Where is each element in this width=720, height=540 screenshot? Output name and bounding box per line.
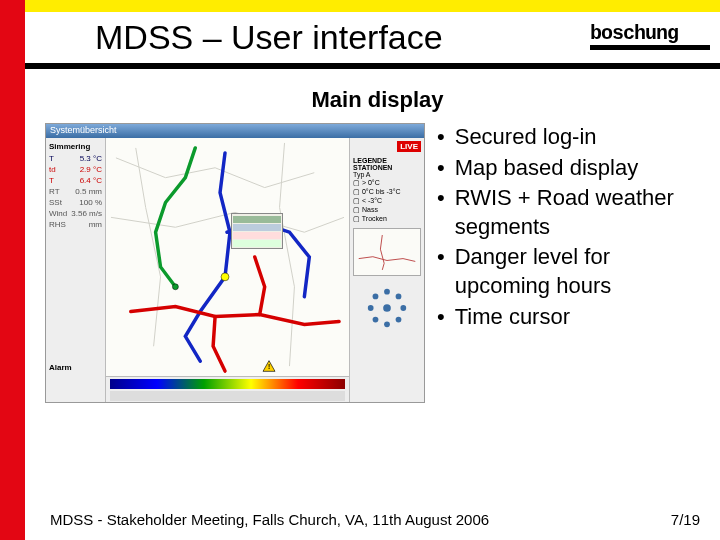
- svg-point-5: [383, 304, 391, 312]
- data-popup: [231, 213, 283, 249]
- svg-point-2: [172, 284, 178, 290]
- legend-item: ▢ > 0°C: [353, 179, 421, 187]
- legend-item: ▢ Trocken: [353, 215, 421, 223]
- alarm-label: Alarm: [49, 363, 72, 372]
- warning-icon: !: [262, 360, 276, 372]
- subtitle: Main display: [45, 87, 710, 113]
- window-titlebar: Systemübersicht: [46, 124, 424, 138]
- page-number: 7/19: [671, 511, 700, 528]
- road-map: [106, 138, 349, 376]
- reading-row: RHSmm: [49, 220, 102, 229]
- minimap: [353, 228, 421, 276]
- svg-point-12: [373, 316, 379, 322]
- slide-title: MDSS – User interface: [25, 18, 590, 57]
- svg-point-9: [400, 305, 406, 311]
- bullet-item: Map based display: [437, 154, 710, 183]
- legend-subtitle: Typ A: [353, 171, 421, 178]
- reading-row: T5.3 °C: [49, 154, 102, 163]
- svg-point-10: [373, 293, 379, 299]
- compass-widget: [353, 280, 421, 335]
- legend-item: ▢ Nass: [353, 206, 421, 214]
- reading-row: T6.4 °C: [49, 176, 102, 185]
- svg-point-11: [396, 293, 402, 299]
- svg-point-7: [384, 321, 390, 327]
- reading-row: Wind3.56 m/s: [49, 209, 102, 218]
- legend-item: ▢ 0°C bis -3°C: [353, 188, 421, 196]
- right-panel: LIVE LEGENDE STATIONEN Typ A ▢ > 0°C▢ 0°…: [349, 138, 424, 402]
- map-area: !: [106, 138, 349, 402]
- bullet-item: Time cursor: [437, 303, 710, 332]
- reading-row: RT0.5 mm: [49, 187, 102, 196]
- reading-row: SSt100 %: [49, 198, 102, 207]
- bottom-bar: [106, 376, 349, 402]
- svg-text:!: !: [268, 363, 270, 370]
- svg-point-1: [221, 273, 229, 281]
- left-panel: Simmering T5.3 °Ctd2.9 °CT6.4 °CRT0.5 mm…: [46, 138, 106, 402]
- svg-point-8: [368, 305, 374, 311]
- svg-point-13: [396, 316, 402, 322]
- svg-point-6: [384, 288, 390, 294]
- legend-item: ▢ < -3°C: [353, 197, 421, 205]
- color-scale: [110, 379, 345, 389]
- live-badge: LIVE: [397, 141, 421, 152]
- app-screenshot: Systemübersicht Simmering T5.3 °Ctd2.9 °…: [45, 123, 425, 403]
- time-cursor[interactable]: [110, 391, 345, 401]
- bullet-item: Secured log-in: [437, 123, 710, 152]
- bullet-list: Secured log-inMap based displayRWIS + Ro…: [437, 123, 710, 403]
- footer-text: MDSS - Stakeholder Meeting, Falls Church…: [50, 511, 489, 528]
- legend-title: LEGENDE STATIONEN: [353, 157, 421, 171]
- bullet-item: Danger level for upcoming hours: [437, 243, 710, 300]
- bullet-item: RWIS + Road weather segments: [437, 184, 710, 241]
- brand-logo: boschung: [590, 25, 710, 50]
- station-name: Simmering: [49, 142, 102, 151]
- reading-row: td2.9 °C: [49, 165, 102, 174]
